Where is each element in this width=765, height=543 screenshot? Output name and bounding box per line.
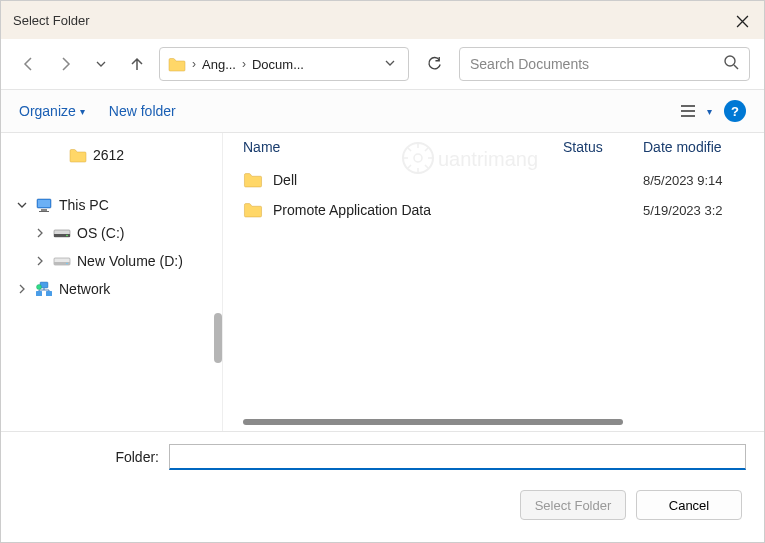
tree-scrollbar[interactable] <box>214 313 222 363</box>
toolbar: Organize ▾ New folder ▾ ? <box>1 89 764 133</box>
file-scrollbar[interactable] <box>243 419 623 425</box>
forward-button[interactable] <box>51 50 79 78</box>
folder-label: Folder: <box>99 449 159 465</box>
svg-rect-13 <box>46 291 52 296</box>
navigation-bar: › Ang... › Docum... <box>1 39 764 89</box>
chevron-right-icon: › <box>190 57 198 71</box>
file-row[interactable]: Promote Application Data 5/19/2023 3:2 <box>223 195 764 225</box>
recent-dropdown[interactable] <box>87 50 115 78</box>
tree-item-label: 2612 <box>93 147 124 163</box>
folder-tree: 2612 This PC OS (C:) <box>1 133 223 431</box>
close-button[interactable] <box>734 13 750 29</box>
tree-item-2612[interactable]: 2612 <box>5 141 218 169</box>
folder-icon <box>243 172 263 188</box>
up-button[interactable] <box>123 50 151 78</box>
chevron-right-icon[interactable] <box>15 284 29 294</box>
drive-icon <box>53 252 71 270</box>
main-content: 2612 This PC OS (C:) <box>1 133 764 431</box>
tree-item-this-pc[interactable]: This PC <box>5 191 218 219</box>
address-bar[interactable]: › Ang... › Docum... <box>159 47 409 81</box>
folder-icon <box>243 202 263 218</box>
help-button[interactable]: ? <box>724 100 746 122</box>
search-input[interactable] <box>470 56 715 72</box>
bottom-panel: Folder: Select Folder Cancel <box>1 431 764 532</box>
svg-point-10 <box>66 263 68 265</box>
svg-point-14 <box>37 285 42 290</box>
svg-rect-12 <box>36 291 42 296</box>
file-name: Promote Application Data <box>273 202 563 218</box>
tree-item-label: OS (C:) <box>77 225 124 241</box>
view-menu[interactable]: ▾ <box>679 104 712 118</box>
folder-input[interactable] <box>169 444 746 470</box>
search-box[interactable] <box>459 47 750 81</box>
svg-rect-3 <box>41 209 47 211</box>
chevron-down-icon[interactable] <box>15 200 29 210</box>
folder-icon <box>168 57 186 72</box>
new-folder-button[interactable]: New folder <box>109 103 176 119</box>
tree-item-label: Network <box>59 281 110 297</box>
file-date: 5/19/2023 3:2 <box>643 203 764 218</box>
svg-rect-2 <box>38 200 50 207</box>
select-folder-button[interactable]: Select Folder <box>520 490 626 520</box>
organize-menu[interactable]: Organize ▾ <box>19 103 85 119</box>
chevron-right-icon: › <box>240 57 248 71</box>
folder-input-row: Folder: <box>19 444 746 470</box>
network-icon <box>35 280 53 298</box>
organize-label: Organize <box>19 103 76 119</box>
tree-item-label: This PC <box>59 197 109 213</box>
svg-rect-4 <box>39 211 49 212</box>
refresh-button[interactable] <box>417 47 451 81</box>
svg-point-7 <box>66 235 68 237</box>
file-name: Dell <box>273 172 563 188</box>
column-date[interactable]: Date modifie <box>643 139 764 155</box>
drive-icon <box>53 224 71 242</box>
caret-down-icon: ▾ <box>80 106 85 117</box>
breadcrumb-segment[interactable]: Ang... <box>202 57 236 72</box>
cancel-button[interactable]: Cancel <box>636 490 742 520</box>
file-list: Name Status Date modifie Dell 8/5/2023 9… <box>223 133 764 431</box>
new-folder-label: New folder <box>109 103 176 119</box>
pc-icon <box>35 196 53 214</box>
window-title: Select Folder <box>13 13 90 28</box>
breadcrumb-segment[interactable]: Docum... <box>252 57 304 72</box>
button-row: Select Folder Cancel <box>19 490 746 520</box>
chevron-right-icon[interactable] <box>33 228 47 238</box>
tree-item-new-volume-d[interactable]: New Volume (D:) <box>5 247 218 275</box>
tree-item-label: New Volume (D:) <box>77 253 183 269</box>
tree-item-os-c[interactable]: OS (C:) <box>5 219 218 247</box>
title-bar: Select Folder <box>1 1 764 39</box>
search-icon <box>723 54 739 74</box>
folder-icon <box>69 146 87 164</box>
column-status[interactable]: Status <box>563 139 643 155</box>
svg-point-0 <box>725 56 735 66</box>
file-date: 8/5/2023 9:14 <box>643 173 764 188</box>
tree-item-network[interactable]: Network <box>5 275 218 303</box>
breadcrumb-dropdown[interactable] <box>380 55 400 73</box>
file-row[interactable]: Dell 8/5/2023 9:14 <box>223 165 764 195</box>
caret-down-icon: ▾ <box>707 106 712 117</box>
column-name[interactable]: Name <box>243 139 563 155</box>
chevron-right-icon[interactable] <box>33 256 47 266</box>
list-icon <box>679 104 697 118</box>
back-button[interactable] <box>15 50 43 78</box>
column-headers: Name Status Date modifie <box>223 133 764 165</box>
